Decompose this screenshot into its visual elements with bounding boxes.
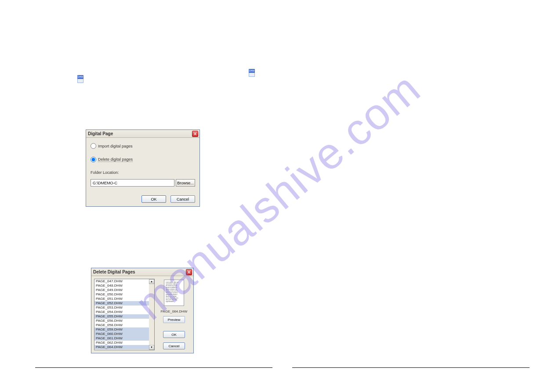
list-item[interactable]: PAGE_062.DHW <box>94 341 149 345</box>
page-thumbnail: Lorem ipsum dolor sitconsectetur adipisc… <box>164 280 184 306</box>
import-radio-row[interactable]: Import digital pages <box>91 143 195 149</box>
digital-page-dialog: Digital Page X Import digital pages Dele… <box>86 129 200 207</box>
ok-button[interactable]: OK <box>141 195 166 203</box>
dialog-button-col: OK Cancel <box>163 328 185 350</box>
list-item[interactable]: PAGE_053.DHW <box>94 306 149 310</box>
list-item[interactable]: PAGE_064.DHW <box>94 345 149 349</box>
footer-divider-left <box>35 367 272 368</box>
dhw-file-icon: DHW <box>249 69 255 77</box>
list-item[interactable]: PAGE_059.DHW <box>94 327 149 332</box>
scroll-down-arrow[interactable]: ▼ <box>149 345 154 350</box>
list-item[interactable]: PAGE_047.DHW <box>94 279 149 284</box>
path-row: Browse... <box>91 179 195 187</box>
delete-digital-pages-dialog: Delete Digital Pages X PAGE_047.DHWPAGE_… <box>91 268 194 353</box>
list-item[interactable]: PAGE_054.DHW <box>94 310 149 314</box>
dialog-button-row: OK Cancel <box>91 195 195 203</box>
scroll-up-arrow[interactable]: ▲ <box>149 279 154 284</box>
delete-radio-row[interactable]: Delete digital pages <box>91 157 195 162</box>
list-item[interactable]: PAGE_061.DHW <box>94 336 149 341</box>
scroll-track[interactable] <box>149 284 154 345</box>
list-item[interactable]: PAGE_067.DHW <box>94 349 149 350</box>
dhw-file-icon: DHW <box>77 75 83 83</box>
dhw-icon-body <box>77 79 83 83</box>
dialog-title: Digital Page <box>88 131 113 136</box>
ok-button[interactable]: OK <box>163 331 185 338</box>
list-item[interactable]: PAGE_060.DHW <box>94 332 149 336</box>
dialog-titlebar[interactable]: Digital Page X <box>86 130 200 138</box>
thumbnail-filename: PAGE_064.DHW <box>161 309 188 313</box>
delete-radio[interactable] <box>91 157 96 162</box>
list-item[interactable]: PAGE_048.DHW <box>94 284 149 288</box>
dialog-body: PAGE_047.DHWPAGE_048.DHWPAGE_049.DHWPAGE… <box>91 276 193 353</box>
folder-location-label: Folder Location: <box>91 170 195 175</box>
list-item[interactable]: PAGE_051.DHW <box>94 297 149 301</box>
folder-path-input[interactable] <box>91 179 174 187</box>
cancel-button[interactable]: Cancel <box>170 195 195 203</box>
browse-button[interactable]: Browse... <box>176 179 195 187</box>
dialog-titlebar[interactable]: Delete Digital Pages X <box>91 268 193 276</box>
preview-button[interactable]: Preview <box>163 316 185 323</box>
import-radio[interactable] <box>91 143 96 149</box>
scrollbar[interactable]: ▲ ▼ <box>149 279 154 350</box>
cancel-button[interactable]: Cancel <box>163 342 185 349</box>
import-radio-label: Import digital pages <box>98 144 133 148</box>
list-item[interactable]: PAGE_050.DHW <box>94 292 149 297</box>
delete-radio-label: Delete digital pages <box>98 157 133 162</box>
list-item[interactable]: PAGE_058.DHW <box>94 323 149 327</box>
dialog-title: Delete Digital Pages <box>93 270 135 274</box>
dhw-icon-label: DHW <box>77 75 83 79</box>
dialog-body: Import digital pages Delete digital page… <box>86 138 200 206</box>
list-item[interactable]: PAGE_056.DHW <box>94 319 149 323</box>
close-button[interactable]: X <box>192 131 198 137</box>
list-item[interactable]: PAGE_049.DHW <box>94 288 149 292</box>
preview-pane: Lorem ipsum dolor sitconsectetur adipisc… <box>157 279 191 350</box>
dhw-icon-label: DHW <box>249 69 255 73</box>
list-item[interactable]: PAGE_055.DHW <box>94 314 149 319</box>
close-button[interactable]: X <box>186 269 192 275</box>
footer-divider-right <box>292 367 530 368</box>
pages-listbox[interactable]: PAGE_047.DHWPAGE_048.DHWPAGE_049.DHWPAGE… <box>94 279 155 350</box>
list-content: PAGE_047.DHWPAGE_048.DHWPAGE_049.DHWPAGE… <box>94 279 149 350</box>
list-item[interactable]: PAGE_052.DHW <box>94 301 149 306</box>
dhw-icon-body <box>249 73 255 77</box>
